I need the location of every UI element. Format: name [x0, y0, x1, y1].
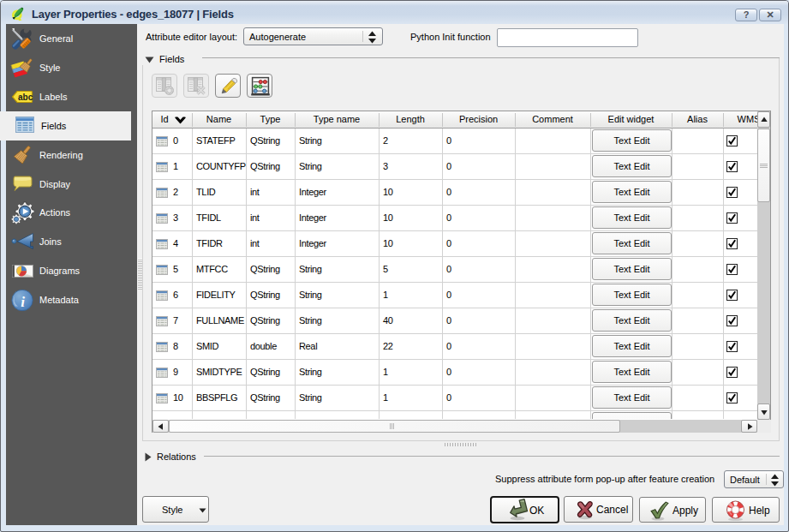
- svg-text:abc: abc: [18, 93, 33, 102]
- svg-text:i: i: [21, 294, 25, 310]
